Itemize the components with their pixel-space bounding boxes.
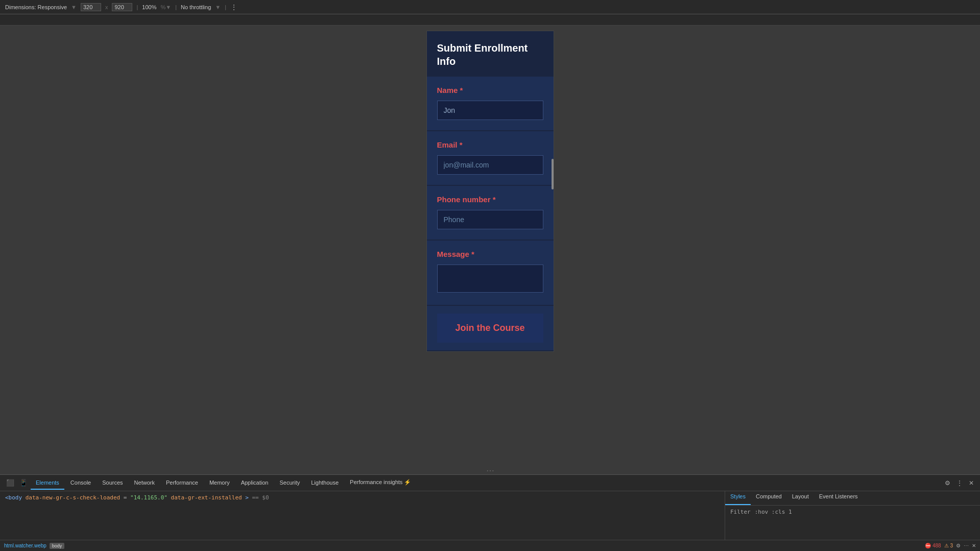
tab-application[interactable]: Application xyxy=(236,476,274,490)
join-course-button[interactable]: Join the Course xyxy=(437,314,543,343)
tab-sources[interactable]: Sources xyxy=(97,476,128,490)
separator-1: ▼ xyxy=(71,4,77,10)
email-input[interactable] xyxy=(437,155,543,175)
html-line-body: <body data-new-gr-c-s-check-loaded = "14… xyxy=(5,494,269,501)
sep-3: %▼ xyxy=(160,4,171,10)
attr-val-check: "14.1165.0" xyxy=(130,494,168,501)
name-label: Name * xyxy=(437,86,543,94)
hover-cls-label: :hov :cls 1 xyxy=(755,509,792,515)
devtools-panel: ⬛ 📱 Elements Console Sources Network Per… xyxy=(0,474,980,551)
phone-section: Phone number * xyxy=(427,186,554,239)
more-options-icon[interactable]: ⋮ xyxy=(230,3,237,11)
width-input[interactable] xyxy=(81,3,101,11)
tab-performance[interactable]: Performance xyxy=(161,476,203,490)
body-tag: <body xyxy=(5,494,22,501)
tab-network[interactable]: Network xyxy=(129,476,160,490)
zoom-label: 100% xyxy=(142,4,156,10)
devtools-tabs: ⬛ 📱 Elements Console Sources Network Per… xyxy=(0,475,980,491)
attr-data-gr: data-gr-ext-installed xyxy=(171,494,242,501)
close-devtools-icon[interactable]: ✕ xyxy=(967,477,976,489)
phone-input[interactable] xyxy=(437,210,543,229)
more-bottom-icon[interactable]: ⋯ xyxy=(964,543,969,548)
warning-count: ⚠ 3 xyxy=(944,543,953,548)
sep-5: ▼ xyxy=(215,4,221,10)
tab-performance-insights[interactable]: Performance insights ⚡ xyxy=(345,476,416,490)
devtools-top-bar: Dimensions: Responsive ▼ x | 100% %▼ | N… xyxy=(0,0,980,14)
filter-label: Filter xyxy=(730,509,751,515)
form-title: Submit Enrollment Info xyxy=(437,42,528,67)
styles-tabs: Styles Computed Layout Event Listeners xyxy=(725,491,980,506)
name-required-star: * xyxy=(460,86,463,94)
submit-section: Join the Course xyxy=(427,306,554,350)
layout-tab[interactable]: Layout xyxy=(787,491,814,505)
form-container: Submit Enrollment Info Name * Email * xyxy=(427,31,554,350)
tab-elements[interactable]: Elements xyxy=(31,476,64,490)
styles-content: Filter :hov :cls 1 xyxy=(725,506,980,518)
x-label: x xyxy=(105,4,108,10)
throttle-label: No throttling xyxy=(181,4,211,10)
computed-tab[interactable]: Computed xyxy=(751,491,787,505)
viewport: Submit Enrollment Info Name * Email * xyxy=(0,26,980,474)
settings-icon[interactable]: ⚙ xyxy=(943,477,952,489)
vertical-dots-icon[interactable]: ⋮ xyxy=(954,477,965,489)
status-right: ⛔ 488 ⚠ 3 ⚙ ⋯ ✕ xyxy=(925,543,976,548)
message-textarea[interactable] xyxy=(437,265,543,293)
close-bottom-icon[interactable]: ✕ xyxy=(972,543,976,548)
message-label: Message * xyxy=(437,250,543,258)
form-header: Submit Enrollment Info xyxy=(427,31,554,76)
phone-required-star: * xyxy=(493,195,496,204)
sep-6: | xyxy=(225,4,226,10)
error-count: ⛔ 488 xyxy=(925,543,941,548)
html-watcher-link[interactable]: html.watcher.webp xyxy=(4,543,46,548)
email-label: Email * xyxy=(437,140,543,149)
ruler-area xyxy=(0,14,980,26)
styles-tab[interactable]: Styles xyxy=(725,491,751,505)
attr-equals: = xyxy=(124,494,127,501)
inspect-icon[interactable]: ⬛ xyxy=(4,477,16,489)
devtools-tab-icons: ⚙ ⋮ ✕ xyxy=(943,477,976,489)
tag-close: > xyxy=(245,494,249,501)
dimensions-label: Dimensions: Responsive xyxy=(5,4,67,10)
message-section: Message * xyxy=(427,241,554,305)
sep-4: | xyxy=(175,4,177,10)
devtools-status-bar: html.watcher.webp body ⛔ 488 ⚠ 3 ⚙ ⋯ ✕ xyxy=(0,540,980,551)
body-badge[interactable]: body xyxy=(50,543,65,549)
email-section: Email * xyxy=(427,131,554,185)
mobile-frame: Submit Enrollment Info Name * Email * xyxy=(426,31,554,352)
settings-bottom-icon[interactable]: ⚙ xyxy=(956,543,961,548)
sep-2: | xyxy=(136,4,138,10)
message-required-star: * xyxy=(471,250,474,258)
device-icon[interactable]: 📱 xyxy=(17,477,30,489)
name-section: Name * xyxy=(427,77,554,130)
attr-data-new: data-new-gr-c-s-check-loaded xyxy=(26,494,120,501)
phone-label: Phone number * xyxy=(437,195,543,204)
tab-memory[interactable]: Memory xyxy=(204,476,235,490)
scrollbar-indicator[interactable] xyxy=(552,159,554,189)
tab-lighthouse[interactable]: Lighthouse xyxy=(306,476,344,490)
tab-console[interactable]: Console xyxy=(65,476,96,490)
dom0-label: == $0 xyxy=(252,494,269,501)
height-input[interactable] xyxy=(112,3,132,11)
email-required-star: * xyxy=(460,140,463,149)
name-input[interactable] xyxy=(437,101,543,120)
event-listeners-tab[interactable]: Event Listeners xyxy=(814,491,863,505)
tab-security[interactable]: Security xyxy=(274,476,305,490)
